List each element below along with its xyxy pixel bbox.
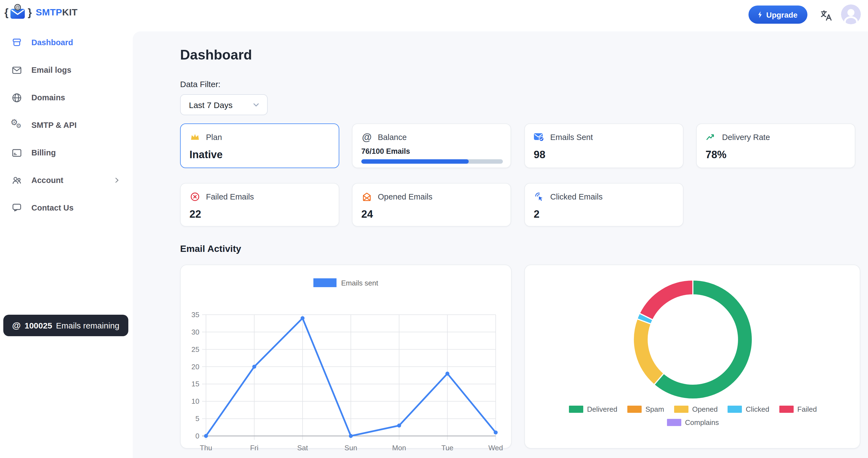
svg-text:30: 30: [191, 328, 199, 336]
stat-label: Opened Emails: [378, 192, 432, 201]
balance-progress-fill: [361, 159, 469, 164]
legend-label: Emails sent: [341, 279, 378, 287]
sidebar-label: Email logs: [31, 65, 71, 75]
date-range-select[interactable]: Last 7 Days: [180, 94, 268, 115]
svg-text:5: 5: [195, 414, 199, 423]
envelope-icon: [11, 64, 23, 76]
svg-text:20: 20: [191, 363, 199, 371]
sidebar-item-email-logs[interactable]: Email logs: [0, 56, 133, 84]
clicked-emails-value: 2: [534, 208, 674, 221]
upgrade-label: Upgrade: [766, 10, 798, 19]
stat-card-delivery-rate: Delivery Rate 78%: [696, 123, 855, 168]
stat-card-clicked-emails: Clicked Emails 2: [524, 183, 683, 227]
sidebar: Dashboard Email logs Domains ⚙⚙: [0, 31, 133, 458]
logo-brace-left: {: [4, 4, 8, 21]
envelope-at-logo-icon: @: [10, 4, 27, 21]
logo-brace-right: }: [28, 4, 32, 21]
stat-label: Plan: [206, 133, 222, 142]
cursor-click-icon: [534, 191, 545, 202]
svg-text:Sat: Sat: [297, 444, 308, 452]
stat-card-emails-sent: Emails Sent 98: [524, 123, 683, 168]
donut-legend-item: Delivered: [569, 405, 617, 413]
top-header: { @ } SMTPKIT Upgrade: [0, 0, 868, 31]
stat-card-failed-emails: Failed Emails 22: [180, 183, 339, 227]
legend-swatch: [569, 406, 583, 413]
balance-progress-text: 76/100 Emails: [361, 147, 502, 155]
stat-label: Failed Emails: [206, 192, 254, 201]
trend-up-icon: [706, 132, 717, 143]
sidebar-label: Contact Us: [31, 203, 73, 212]
svg-text:Tue: Tue: [441, 444, 454, 452]
logo-text: SMTPKIT: [36, 7, 78, 18]
legend-label: Delivered: [587, 405, 617, 413]
svg-text:15: 15: [191, 380, 199, 388]
svg-text:25: 25: [191, 345, 199, 353]
donut-legend-item: Opened: [674, 405, 718, 413]
gears-icon: ⚙⚙: [11, 119, 23, 131]
plan-status-value: Inative: [189, 149, 330, 161]
legend-label: Failed: [797, 405, 817, 413]
chevron-right-icon: [113, 176, 121, 184]
globe-icon: [11, 92, 23, 103]
data-filter-label: Data Filter:: [180, 79, 221, 89]
svg-text:@: @: [16, 5, 20, 10]
opened-emails-value: 24: [361, 208, 502, 221]
legend-swatch: [674, 406, 688, 413]
donut-chart: [525, 272, 861, 409]
legend-swatch: [314, 278, 337, 287]
crown-icon: [189, 132, 200, 143]
dashboard-icon: [11, 37, 23, 48]
legend-label: Complains: [685, 418, 719, 427]
credit-card-icon: [11, 147, 23, 159]
mail-open-icon: [361, 191, 372, 202]
chat-bubble-icon: [11, 202, 23, 213]
stat-card-plan: Plan Inative: [180, 123, 339, 168]
avatar-placeholder-icon: [841, 4, 861, 24]
donut-legend-item: Clicked: [727, 405, 769, 413]
sidebar-label: SMTP & API: [31, 121, 76, 130]
stat-label: Balance: [378, 133, 407, 142]
legend-swatch: [727, 406, 742, 413]
user-avatar[interactable]: [841, 4, 861, 24]
emails-remaining-badge: @ 100025 Emails remaining: [3, 315, 128, 336]
svg-text:Wed: Wed: [489, 444, 503, 452]
upgrade-button[interactable]: Upgrade: [748, 5, 807, 24]
language-translate-icon[interactable]: [819, 9, 833, 22]
sidebar-label: Account: [31, 176, 63, 184]
at-icon: @: [361, 132, 372, 143]
circle-x-icon: [189, 191, 200, 202]
stat-label: Clicked Emails: [550, 192, 602, 201]
emails-sent-value: 98: [534, 149, 674, 161]
legend-swatch: [627, 406, 642, 413]
svg-text:Sun: Sun: [344, 444, 357, 452]
sidebar-label: Billing: [31, 148, 56, 157]
svg-text:0: 0: [195, 432, 199, 440]
emails-sent-line-chart-card: Emails sent ThuFriSatSunMonTueWed0510152…: [180, 264, 512, 449]
sidebar-item-smtp-api[interactable]: ⚙⚙ SMTP & API: [0, 111, 133, 139]
chevron-down-icon: [252, 100, 260, 109]
legend-label: Spam: [646, 405, 664, 413]
brand-logo[interactable]: { @ } SMTPKIT: [4, 4, 78, 21]
users-icon: [11, 174, 23, 186]
stat-label: Emails Sent: [550, 133, 593, 142]
sidebar-nav: Dashboard Email logs Domains ⚙⚙: [0, 29, 133, 222]
sidebar-item-dashboard[interactable]: Dashboard: [0, 29, 133, 56]
legend-swatch: [779, 406, 794, 413]
at-icon: @: [12, 320, 21, 331]
email-activity-heading: Email Activity: [180, 244, 241, 255]
lightning-icon: [756, 10, 765, 19]
sidebar-item-billing[interactable]: Billing: [0, 139, 133, 167]
stat-card-balance: @ Balance 76/100 Emails: [352, 123, 511, 168]
donut-legend-item: Complains: [667, 418, 719, 427]
stat-label: Delivery Rate: [722, 133, 770, 142]
sidebar-item-domains[interactable]: Domains: [0, 84, 133, 111]
svg-text:Thu: Thu: [200, 444, 212, 452]
donut-legend: DeliveredSpamOpenedClickedFailedComplain…: [539, 405, 847, 427]
legend-label: Clicked: [746, 405, 769, 413]
app-root: { @ } SMTPKIT Upgrade: [0, 0, 868, 458]
remaining-count: 100025: [25, 321, 52, 330]
line-chart: ThuFriSatSunMonTueWed05101520253035: [181, 288, 511, 456]
stat-card-opened-emails: Opened Emails 24: [352, 183, 511, 227]
sidebar-item-contact-us[interactable]: Contact Us: [0, 194, 133, 222]
sidebar-item-account[interactable]: Account: [0, 167, 133, 194]
